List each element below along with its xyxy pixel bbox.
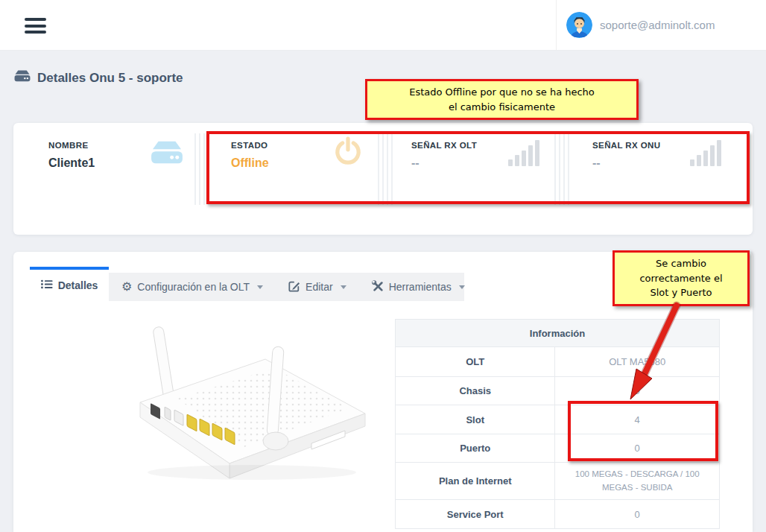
page-title-text: Detalles Onu 5 - soporte — [37, 71, 183, 86]
signal-bars-icon — [690, 139, 723, 169]
tab-detalles-label: Detalles — [58, 279, 98, 291]
tools-icon — [372, 280, 384, 294]
nombre-value: Cliente1 — [48, 156, 95, 170]
section-divider — [378, 133, 394, 205]
annotation-line: Slot y Puerto — [619, 285, 743, 300]
annotation-line: correctamente el — [619, 271, 743, 286]
annotation-line: Estado Offline por que no se ha hecho — [372, 85, 632, 100]
navbar-divider — [556, 0, 557, 50]
router-product-image — [88, 313, 386, 491]
chevron-down-icon — [257, 285, 263, 289]
row-value: 0 — [555, 500, 720, 529]
table-header: Información — [396, 320, 720, 347]
estado-block: ESTADO Offline — [231, 141, 269, 170]
status-card: NOMBRE Cliente1 ESTADO Offline SEÑAL RX … — [13, 123, 753, 235]
row-value: 4 — [555, 405, 720, 434]
annotation-slot-note: Se cambio correctamente el Slot y Puerto — [613, 250, 750, 306]
tab-herramientas-label: Herramientas — [389, 281, 452, 293]
tab-strip: ⚙ Configuración en la OLT Editar — [109, 273, 464, 301]
edit-icon — [288, 280, 300, 294]
table-row-puerto: Puerto 0 — [396, 434, 720, 463]
tab-herramientas[interactable]: Herramientas — [359, 273, 478, 301]
signal-bars-icon — [508, 139, 541, 169]
nombre-label: NOMBRE — [48, 141, 95, 150]
row-value: 0 — [555, 377, 720, 405]
row-label: OLT — [396, 347, 555, 377]
user-avatar[interactable] — [566, 12, 592, 38]
user-email[interactable]: soporte@adminolt.com — [600, 19, 715, 31]
nombre-block: NOMBRE Cliente1 — [48, 141, 95, 170]
hamburger-menu-icon[interactable] — [25, 18, 46, 34]
estado-label: ESTADO — [231, 141, 269, 150]
list-icon — [41, 279, 53, 291]
table-header-row: Información — [396, 320, 720, 347]
senal-rx-onu-block: SEÑAL RX ONU -- — [592, 141, 661, 170]
row-label: Service Port — [396, 500, 555, 529]
tab-detalles[interactable]: Detalles — [30, 267, 109, 301]
table-row-service-port: Service Port 0 — [396, 500, 720, 529]
section-divider — [194, 133, 211, 205]
tab-editar-label: Editar — [306, 281, 333, 293]
table-row-slot: Slot 4 — [396, 405, 720, 434]
annotation-line: el cambio fisicamente — [372, 100, 632, 115]
chevron-down-icon — [459, 285, 465, 289]
section-divider — [554, 133, 571, 205]
row-label: Puerto — [396, 434, 555, 463]
page-title: Detalles Onu 5 - soporte — [13, 69, 183, 87]
estado-value: Offline — [231, 156, 269, 170]
table-row-chasis: Chasis 0 — [396, 377, 720, 405]
row-value: OLT MA5680 — [555, 347, 720, 377]
senal-rx-olt-block: SEÑAL RX OLT -- — [411, 141, 477, 170]
senal-rx-olt-value: -- — [411, 156, 477, 170]
table-row-olt: OLT OLT MA5680 — [396, 347, 720, 377]
tab-editar[interactable]: Editar — [276, 273, 359, 301]
row-label: Chasis — [396, 377, 555, 405]
power-icon — [332, 136, 364, 171]
row-label: Plan de Internet — [396, 463, 555, 500]
tab-configuracion-label: Configuración en la OLT — [137, 281, 250, 293]
annotation-line: Se cambio — [619, 256, 743, 271]
table-row-plan: Plan de Internet 100 MEGAS - DESCARGA / … — [396, 463, 720, 500]
row-value: 100 MEGAS - DESCARGA / 100 MEGAS - SUBID… — [555, 463, 720, 500]
row-label: Slot — [396, 405, 555, 434]
row-value: 0 — [555, 434, 720, 463]
onu-icon — [13, 69, 31, 87]
senal-rx-onu-value: -- — [592, 156, 661, 170]
user-menu[interactable]: soporte@adminolt.com — [566, 0, 715, 50]
senal-rx-olt-label: SEÑAL RX OLT — [411, 141, 477, 150]
gear-icon: ⚙ — [121, 281, 132, 293]
tab-configuracion-olt[interactable]: ⚙ Configuración en la OLT — [109, 273, 276, 301]
onu-device-icon — [150, 139, 184, 171]
informacion-table: Información OLT OLT MA5680 Chasis 0 Slot… — [395, 319, 720, 529]
chevron-down-icon — [341, 285, 346, 289]
top-navbar: soporte@adminolt.com — [0, 0, 766, 51]
senal-rx-onu-label: SEÑAL RX ONU — [592, 141, 661, 150]
annotation-offline-note: Estado Offline por que no se ha hecho el… — [365, 79, 639, 120]
